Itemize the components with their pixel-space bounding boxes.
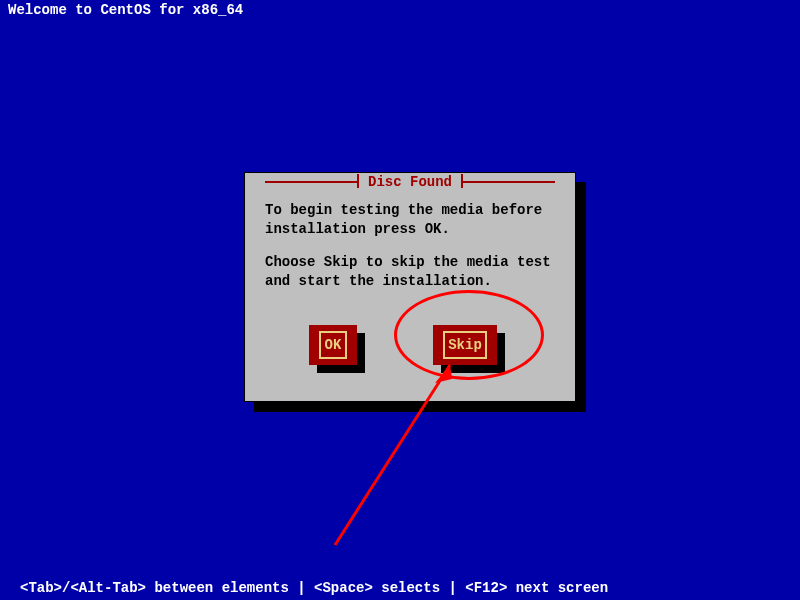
header-title: Welcome to CentOS for x86_64 [0, 0, 251, 20]
skip-button[interactable]: Skip [433, 325, 497, 365]
dialog-body: To begin testing the media before instal… [265, 201, 555, 305]
dialog-text-2: Choose Skip to skip the media test and s… [265, 253, 555, 291]
footer-hints: <Tab>/<Alt-Tab> between elements | <Spac… [12, 578, 616, 598]
skip-button-label: Skip [443, 331, 487, 359]
dialog-title: Disc Found [245, 174, 575, 190]
ok-button-label: OK [319, 331, 347, 359]
dialog-text-1: To begin testing the media before instal… [265, 201, 555, 239]
ok-button[interactable]: OK [309, 325, 357, 365]
disc-found-dialog: Disc Found To begin testing the media be… [244, 172, 576, 402]
